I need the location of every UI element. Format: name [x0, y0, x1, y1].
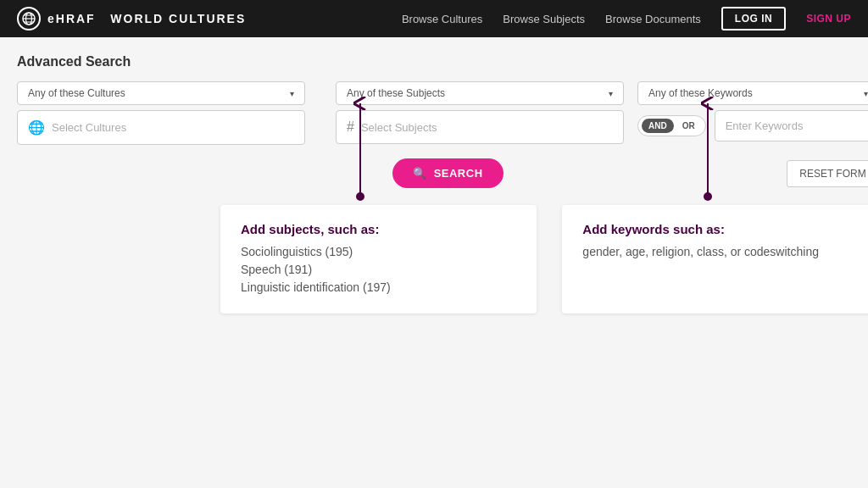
globe-icon: 🌐 [28, 119, 45, 136]
reset-area: RESET FORM [787, 160, 868, 187]
chevron-down-icon: ▾ [290, 89, 294, 98]
logo: eHRAF WORLD CULTURES [17, 7, 402, 30]
cultures-col: Any of these Cultures ▾ 🌐 [17, 81, 305, 145]
page-wrapper: Advanced Search Any of these Cultures ▾ … [0, 37, 868, 488]
chevron-down-icon: ▾ [609, 89, 613, 98]
keywords-arrow [695, 95, 721, 205]
subjects-card-item-1: Sociolinguistics (195) [241, 243, 516, 261]
subjects-card-title: Add subjects, such as: [241, 222, 516, 236]
cultures-dropdown[interactable]: Any of these Cultures ▾ [17, 81, 305, 105]
reset-button[interactable]: RESET FORM [787, 160, 868, 187]
page-title: Advanced Search [17, 54, 868, 69]
search-icon: 🔍 [413, 167, 427, 180]
signup-button[interactable]: SIGN UP [806, 13, 851, 25]
keywords-input[interactable] [715, 110, 868, 141]
keywords-card-text: gender, age, religion, class, or codeswi… [582, 243, 858, 261]
subjects-dropdown[interactable]: Any of these Subjects ▾ [336, 81, 624, 105]
logo-text: eHRAF WORLD CULTURES [47, 12, 246, 25]
and-button[interactable]: AND [642, 119, 674, 133]
left-panel: Advanced Search Any of these Cultures ▾ … [0, 37, 868, 488]
keywords-dropdown[interactable]: Any of these Keywords ▾ [637, 81, 868, 105]
navbar: eHRAF WORLD CULTURES Browse Cultures Bro… [0, 0, 868, 37]
svg-point-8 [704, 192, 712, 201]
keywords-text-input[interactable] [726, 119, 868, 132]
subjects-arrow [348, 95, 373, 205]
browse-documents-link[interactable]: Browse Documents [605, 13, 701, 25]
subjects-card-item-3: Linguistic identification (197) [241, 279, 516, 297]
keywords-col: Any of these Keywords ▾ AND OR [637, 81, 868, 141]
annotation-area: Add subjects, such as: Sociolinguistics … [17, 197, 868, 313]
keywords-card: Add keywords such as: gender, age, relig… [562, 205, 868, 313]
subjects-col: Any of these Subjects ▾ # [336, 81, 624, 144]
subjects-card: Add subjects, such as: Sociolinguistics … [220, 205, 537, 313]
logo-icon [17, 7, 41, 30]
subjects-input[interactable]: # [336, 110, 624, 144]
chevron-down-icon: ▾ [864, 89, 868, 98]
keywords-card-title: Add keywords such as: [582, 222, 858, 236]
cultures-text-input[interactable] [52, 121, 294, 134]
svg-point-6 [356, 192, 364, 201]
subjects-text-input[interactable] [361, 121, 613, 134]
browse-cultures-link[interactable]: Browse Cultures [402, 13, 482, 25]
browse-subjects-link[interactable]: Browse Subjects [503, 13, 585, 25]
nav-links: Browse Cultures Browse Subjects Browse D… [402, 7, 851, 30]
login-button[interactable]: LOG IN [721, 7, 786, 30]
search-button[interactable]: 🔍 SEARCH [392, 158, 503, 188]
search-bar: Any of these Cultures ▾ 🌐 Any of these S… [17, 81, 868, 145]
actions-row: 🔍 SEARCH RESET FORM [17, 158, 868, 188]
cards-row: Add subjects, such as: Sociolinguistics … [17, 197, 868, 313]
subjects-card-item-2: Speech (191) [241, 261, 516, 279]
cultures-input[interactable]: 🌐 [17, 110, 305, 145]
